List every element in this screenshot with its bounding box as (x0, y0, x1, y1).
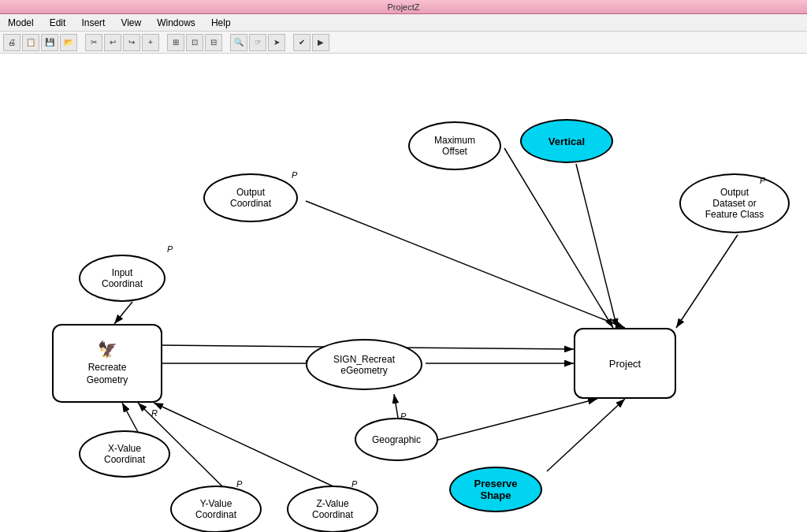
node-geographic[interactable]: Geographic (355, 418, 438, 461)
menubar: Model Edit Insert View Windows Help (0, 14, 807, 32)
label-p-x-value: R (151, 408, 158, 418)
label-p-input-coordinat: P (167, 244, 173, 254)
tb-undo[interactable]: ↩ (104, 34, 121, 51)
tb-snap2[interactable]: ⊟ (205, 34, 222, 51)
svg-line-12 (576, 164, 617, 328)
menu-view[interactable]: View (116, 16, 146, 30)
node-project-label: Project (609, 358, 641, 370)
label-p-geographic: P (400, 411, 406, 421)
label-p-y-value: P (236, 479, 242, 489)
node-geographic-label: Geographic (372, 434, 421, 445)
node-input-coordinat-label: InputCoordinat (102, 267, 143, 289)
node-z-value-coordinat[interactable]: Z-ValueCoordinat (287, 485, 378, 532)
tb-zoom[interactable]: 🔍 (230, 34, 247, 51)
tb-save[interactable]: 💾 (41, 34, 58, 51)
tb-select[interactable]: ➤ (268, 34, 285, 51)
titlebar: ProjectZ (0, 0, 807, 14)
tb-print[interactable]: 🖨 (3, 34, 20, 51)
svg-line-1 (114, 302, 132, 324)
menu-help[interactable]: Help (206, 16, 236, 30)
tb-cut[interactable]: ✂ (85, 34, 102, 51)
label-p-z-value: P (351, 479, 357, 489)
node-preserve-shape-label: PreserveShape (474, 478, 518, 501)
node-y-value-coordinat-label: Y-ValueCoordinat (195, 498, 236, 520)
menu-windows[interactable]: Windows (152, 16, 200, 30)
node-output-dataset[interactable]: OutputDataset orFeature Class (679, 173, 790, 233)
node-project[interactable]: Project (574, 328, 676, 399)
menu-insert[interactable]: Insert (76, 16, 110, 30)
node-preserve-shape[interactable]: PreserveShape (449, 467, 542, 512)
node-x-value-coordinat-label: X-ValueCoordinat (104, 443, 145, 465)
label-p-output-coordinat: P (292, 170, 297, 180)
svg-line-13 (676, 235, 738, 328)
svg-line-8 (154, 403, 338, 489)
node-output-dataset-label: OutputDataset orFeature Class (705, 187, 764, 220)
canvas: 🦅 RecreateGeometry Project InputCoordina… (0, 54, 807, 532)
node-recreate-geometry[interactable]: 🦅 RecreateGeometry (52, 324, 162, 403)
node-vertical[interactable]: Vertical (520, 119, 613, 163)
title-text: ProjectZ (388, 2, 420, 12)
node-maximum-offset[interactable]: MaximumOffset (408, 121, 501, 170)
node-x-value-coordinat[interactable]: X-ValueCoordinat (79, 430, 170, 478)
node-sign-recreate-geometry-label: SIGN_RecreateGeometry (333, 354, 395, 376)
tb-snap[interactable]: ⊡ (186, 34, 203, 51)
node-output-coordinat-label: OutputCoordinat (230, 187, 271, 209)
svg-line-11 (504, 148, 613, 328)
svg-line-14 (547, 399, 625, 471)
tb-grid[interactable]: ⊞ (167, 34, 184, 51)
node-z-value-coordinat-label: Z-ValueCoordinat (312, 498, 353, 520)
node-maximum-offset-label: MaximumOffset (434, 135, 475, 157)
menu-edit[interactable]: Edit (45, 16, 71, 30)
node-output-coordinat[interactable]: OutputCoordinat (203, 173, 298, 222)
node-input-coordinat[interactable]: InputCoordinat (79, 255, 165, 302)
tb-run[interactable]: ▶ (312, 34, 329, 51)
tb-open[interactable]: 📂 (60, 34, 77, 51)
menu-model[interactable]: Model (3, 16, 39, 30)
tb-new[interactable]: 📋 (22, 34, 39, 51)
tb-check[interactable]: ✔ (293, 34, 311, 51)
label-p-output-dataset: P (760, 176, 765, 185)
tb-redo[interactable]: ↪ (123, 34, 140, 51)
tb-pan[interactable]: ☞ (249, 34, 266, 51)
toolbar: 🖨 📋 💾 📂 ✂ ↩ ↪ + ⊞ ⊡ ⊟ 🔍 ☞ ➤ ✔ ▶ (0, 32, 807, 54)
svg-line-2 (306, 201, 625, 328)
node-recreate-geometry-label: RecreateGeometry (87, 362, 128, 386)
node-sign-recreate-geometry[interactable]: SIGN_RecreateGeometry (306, 339, 422, 390)
svg-line-9 (438, 399, 597, 440)
tb-add[interactable]: + (142, 34, 159, 51)
node-vertical-label: Vertical (549, 136, 585, 147)
node-y-value-coordinat[interactable]: Y-ValueCoordinat (170, 485, 262, 532)
svg-line-6 (122, 403, 138, 432)
